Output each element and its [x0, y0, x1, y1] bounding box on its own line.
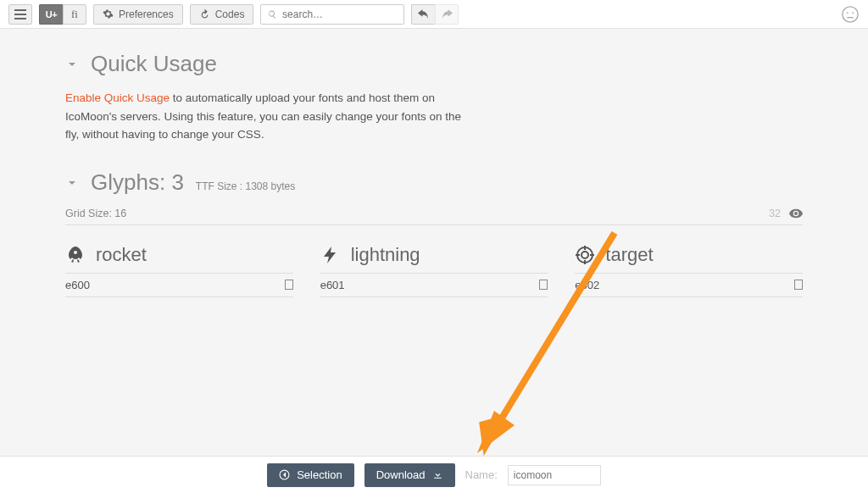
grid-size-row: Grid Size: 16 32	[65, 208, 803, 225]
glyph-code-row	[575, 279, 803, 297]
menu-button[interactable]	[8, 4, 32, 25]
glyphs-title: Glyphs: 3	[91, 169, 184, 196]
rocket-icon	[65, 245, 86, 265]
top-toolbar: U+ fi Preferences Codes	[0, 0, 868, 29]
glyph-preview-box	[285, 280, 293, 290]
preferences-label: Preferences	[119, 8, 174, 20]
unicode-mode-button[interactable]: U+	[39, 4, 63, 25]
redo-button[interactable]	[435, 4, 459, 25]
ligature-mode-button[interactable]: fi	[63, 4, 86, 25]
redo-icon	[442, 9, 453, 19]
glyphs-header[interactable]: Glyphs: 3 TTF Size : 1308 bytes	[65, 169, 803, 196]
footer-bar: Selection Download Name:	[0, 456, 868, 493]
undo-icon	[418, 9, 429, 19]
codes-label: Codes	[215, 8, 245, 20]
glyph-preview-box	[539, 280, 548, 290]
glyph-preview-box	[794, 280, 803, 290]
glyph-code-input[interactable]	[575, 279, 794, 291]
enable-quick-usage-link[interactable]: Enable Quick Usage	[65, 91, 170, 104]
download-button[interactable]: Download	[364, 463, 455, 487]
glyphs-section: Glyphs: 3 TTF Size : 1308 bytes Grid Siz…	[65, 169, 803, 297]
svg-point-1	[847, 12, 849, 14]
glyph-item	[320, 244, 548, 297]
account-icon[interactable]	[841, 5, 860, 24]
preferences-button[interactable]: Preferences	[93, 4, 183, 25]
font-name-input[interactable]	[508, 465, 601, 485]
glyph-name-input[interactable]	[351, 244, 548, 266]
glyph-name-row	[320, 244, 548, 274]
unicode-icon: U+	[46, 9, 57, 19]
glyph-item	[575, 244, 803, 297]
svg-marker-5	[475, 414, 516, 456]
back-icon	[279, 469, 290, 480]
lightning-icon	[320, 245, 341, 265]
menu-icon	[14, 9, 26, 19]
main-content: Quick Usage Enable Quick Usage to automa…	[0, 29, 868, 382]
glyph-name-row	[575, 244, 803, 274]
svg-point-0	[843, 6, 858, 21]
selection-button[interactable]: Selection	[267, 463, 353, 487]
glyph-grid	[65, 244, 803, 297]
glyph-name-input[interactable]	[96, 244, 293, 266]
grid-size-value: 32	[769, 208, 781, 219]
selection-label: Selection	[297, 468, 342, 481]
svg-marker-6	[477, 411, 515, 453]
glyph-name-row	[65, 244, 293, 274]
glyph-code-input[interactable]	[320, 279, 540, 291]
download-icon	[432, 469, 443, 480]
target-icon	[575, 245, 595, 265]
glyph-item	[65, 244, 293, 297]
glyph-code-row	[320, 279, 548, 297]
grid-size-label: Grid Size: 16	[65, 208, 126, 219]
reset-icon	[199, 8, 210, 19]
name-label: Name:	[465, 468, 498, 481]
glyph-code-input[interactable]	[65, 279, 285, 291]
ligature-icon: fi	[71, 8, 78, 21]
search-icon	[268, 9, 277, 19]
download-label: Download	[376, 468, 426, 481]
code-mode-group: U+ fi	[39, 4, 86, 25]
eye-icon[interactable]	[789, 208, 803, 219]
chevron-down-icon	[65, 58, 79, 71]
quick-usage-header[interactable]: Quick Usage	[65, 51, 803, 77]
quick-usage-section: Quick Usage Enable Quick Usage to automa…	[65, 51, 803, 144]
quick-usage-title: Quick Usage	[91, 51, 217, 77]
codes-button[interactable]: Codes	[190, 4, 254, 25]
search-field[interactable]	[260, 4, 404, 25]
undo-button[interactable]	[411, 4, 435, 25]
chevron-down-icon	[65, 176, 79, 190]
svg-point-2	[852, 12, 854, 14]
gear-icon	[103, 8, 114, 19]
search-input[interactable]	[282, 8, 397, 20]
undo-redo-group	[411, 4, 459, 25]
glyph-name-input[interactable]	[605, 244, 803, 266]
quick-usage-description: Enable Quick Usage to automatically uplo…	[65, 89, 464, 144]
ttf-size-label: TTF Size : 1308 bytes	[196, 180, 295, 192]
glyph-code-row	[65, 279, 293, 297]
